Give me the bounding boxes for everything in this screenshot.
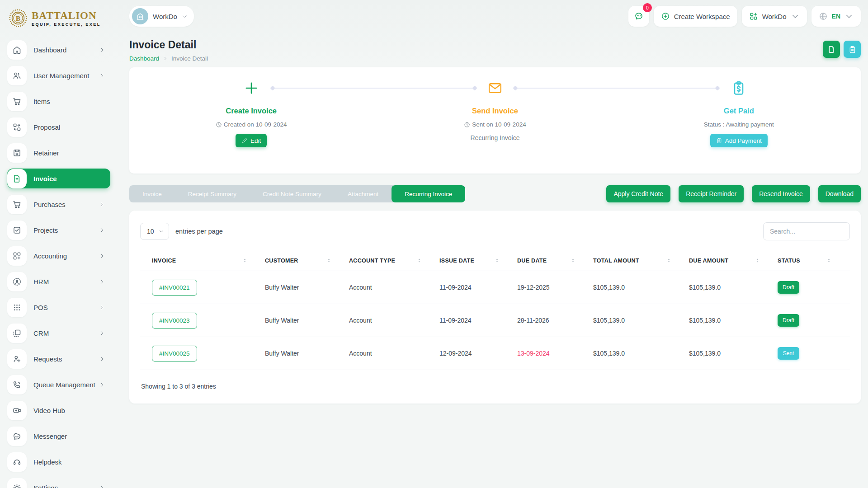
language-selector[interactable]: EN bbox=[811, 6, 861, 27]
clock-icon bbox=[216, 122, 222, 128]
column-header-total-amount[interactable]: TOTAL AMOUNT bbox=[593, 258, 689, 264]
cell-due-amount: $105,139.0 bbox=[689, 284, 778, 291]
sidebar-item-purchases[interactable]: Purchases bbox=[7, 194, 110, 214]
sidebar-item-settings[interactable]: Settings bbox=[7, 478, 110, 488]
resend-invoice-button[interactable]: Resend Invoice bbox=[752, 185, 810, 202]
column-header-due-amount[interactable]: DUE AMOUNT bbox=[689, 258, 778, 264]
chevron-right-icon bbox=[99, 279, 105, 285]
messenger-icon bbox=[7, 427, 27, 446]
cell-issue-date: 11-09-2024 bbox=[439, 317, 517, 324]
search-input[interactable] bbox=[763, 222, 850, 240]
apply-credit-note-button[interactable]: Apply Credit Note bbox=[606, 185, 670, 202]
column-header-status[interactable]: STATUS bbox=[778, 258, 849, 264]
create-workspace-label: Create Workspace bbox=[674, 13, 730, 20]
edit-invoice-button[interactable]: Edit bbox=[236, 134, 267, 147]
step-title: Send Invoice bbox=[472, 107, 518, 115]
cell-due-amount: $105,139.0 bbox=[689, 350, 778, 357]
chevron-right-icon bbox=[99, 227, 105, 233]
cell-account-type: Account bbox=[349, 317, 439, 324]
column-header-due-date[interactable]: DUE DATE bbox=[517, 258, 593, 264]
table-row: #INV00023 Buffy Walter Account 11-09-202… bbox=[140, 304, 850, 337]
tab-recurring-invoice[interactable]: Recurring Invoice bbox=[392, 185, 465, 202]
cell-issue-date: 11-09-2024 bbox=[439, 284, 517, 291]
sidebar-item-requests[interactable]: Requests bbox=[7, 349, 110, 369]
sidebar-item-projects[interactable]: Projects bbox=[7, 220, 110, 240]
video-icon bbox=[7, 401, 27, 420]
sidebar-item-hrm[interactable]: HRM bbox=[7, 272, 110, 291]
clipboard-icon bbox=[848, 45, 857, 54]
step-subtitle: Sent on 10-09-2024 bbox=[472, 121, 526, 128]
language-code: EN bbox=[832, 13, 840, 20]
tab-invoice[interactable]: Invoice bbox=[129, 185, 175, 202]
entries-summary: Showing 1 to 3 of 3 entries bbox=[140, 383, 850, 390]
notification-badge: 0 bbox=[643, 3, 652, 12]
column-header-account-type[interactable]: ACCOUNT TYPE bbox=[349, 258, 439, 264]
workspace-selector[interactable]: WorkDo bbox=[129, 6, 194, 27]
cell-total-amount: $105,139.0 bbox=[593, 284, 689, 291]
breadcrumb: Dashboard Invoice Detail bbox=[129, 55, 208, 62]
entries-per-page-select[interactable]: 10 bbox=[140, 223, 169, 240]
sort-icon bbox=[242, 258, 248, 263]
invoice-link[interactable]: #INV00021 bbox=[152, 280, 197, 296]
sidebar-item-helpdesk[interactable]: Helpdesk bbox=[7, 452, 110, 472]
chevron-right-icon bbox=[99, 253, 105, 259]
receipt-reminder-button[interactable]: Receipt Reminder bbox=[679, 185, 744, 202]
plus-icon bbox=[243, 79, 259, 97]
breadcrumb-dashboard-link[interactable]: Dashboard bbox=[129, 55, 159, 62]
export-invoice-button[interactable] bbox=[823, 41, 840, 58]
sidebar-item-retainer[interactable]: Retainer bbox=[7, 143, 110, 163]
cell-due-date: 13-09-2024 bbox=[517, 350, 593, 357]
invoice-action-buttons: Apply Credit NoteReceipt ReminderResend … bbox=[606, 185, 861, 202]
accounting-icon bbox=[7, 246, 27, 266]
duplicate-invoice-button[interactable] bbox=[844, 41, 861, 58]
step-create-invoice: Create Invoice Created on 10-09-2024 Edi… bbox=[129, 79, 373, 174]
invoice-link[interactable]: #INV00025 bbox=[152, 346, 197, 361]
brand-emblem-icon: B bbox=[8, 8, 28, 28]
cell-due-amount: $105,139.0 bbox=[689, 317, 778, 324]
messages-button[interactable]: 0 bbox=[628, 6, 649, 27]
chevron-right-icon bbox=[99, 330, 105, 336]
cell-customer: Buffy Walter bbox=[265, 317, 349, 324]
tab-credit-note-summary[interactable]: Credit Note Summary bbox=[250, 185, 335, 202]
step-title: Get Paid bbox=[724, 107, 754, 115]
crm-icon bbox=[7, 324, 27, 343]
step-get-paid: Get Paid Status : Awaiting payment Add P… bbox=[617, 79, 861, 174]
sidebar-item-invoice[interactable]: Invoice bbox=[7, 169, 110, 188]
sort-icon bbox=[666, 258, 672, 263]
invoice-link[interactable]: #INV00023 bbox=[152, 313, 197, 328]
status-badge[interactable]: Draft bbox=[778, 314, 799, 327]
sidebar-item-dashboard[interactable]: Dashboard bbox=[7, 40, 110, 60]
tab-attachment[interactable]: Attachment bbox=[335, 185, 392, 202]
add-payment-button[interactable]: Add Payment bbox=[710, 134, 768, 147]
status-badge[interactable]: Draft bbox=[778, 281, 799, 294]
sidebar-item-crm[interactable]: CRM bbox=[7, 323, 110, 343]
recurring-invoice-table-card: 10 entries per page INVOICE CUSTOMER ACC… bbox=[129, 211, 861, 404]
sidebar-nav: Dashboard User Management Items Proposal… bbox=[0, 36, 117, 488]
create-workspace-button[interactable]: Create Workspace bbox=[654, 6, 737, 27]
chevron-right-icon bbox=[99, 202, 105, 207]
sidebar-item-video-hub[interactable]: Video Hub bbox=[7, 400, 110, 420]
app-menu-button[interactable]: WorkDo bbox=[742, 6, 807, 27]
sort-icon bbox=[826, 258, 832, 263]
chevron-right-icon bbox=[99, 305, 105, 310]
tab-receipt-summary[interactable]: Receipt Summary bbox=[175, 185, 250, 202]
sort-icon bbox=[494, 258, 500, 263]
sidebar-item-queue-management[interactable]: Queue Management bbox=[7, 375, 110, 394]
sidebar-item-accounting[interactable]: Accounting bbox=[7, 246, 110, 266]
sidebar-item-user-management[interactable]: User Management bbox=[7, 66, 110, 85]
status-badge[interactable]: Sent bbox=[778, 347, 799, 360]
sidebar-item-items[interactable]: Items bbox=[7, 91, 110, 111]
users-icon bbox=[7, 66, 27, 85]
column-header-customer[interactable]: CUSTOMER bbox=[265, 258, 349, 264]
invoice-progress-card: Create Invoice Created on 10-09-2024 Edi… bbox=[129, 67, 861, 174]
sidebar-item-messenger[interactable]: Messenger bbox=[7, 426, 110, 446]
column-header-issue-date[interactable]: ISSUE DATE bbox=[439, 258, 517, 264]
chevron-right-icon bbox=[99, 485, 105, 488]
sidebar-item-proposal[interactable]: Proposal bbox=[7, 117, 110, 137]
table-row: #INV00021 Buffy Walter Account 11-09-202… bbox=[140, 271, 850, 304]
brand-logo: B BATTALION EQUIP, EXECUTE, EXEL bbox=[0, 6, 117, 36]
sidebar-item-pos[interactable]: POS bbox=[7, 297, 110, 317]
download-button[interactable]: Download bbox=[818, 185, 861, 202]
column-header-invoice[interactable]: INVOICE bbox=[152, 258, 265, 264]
sort-icon bbox=[326, 258, 332, 263]
